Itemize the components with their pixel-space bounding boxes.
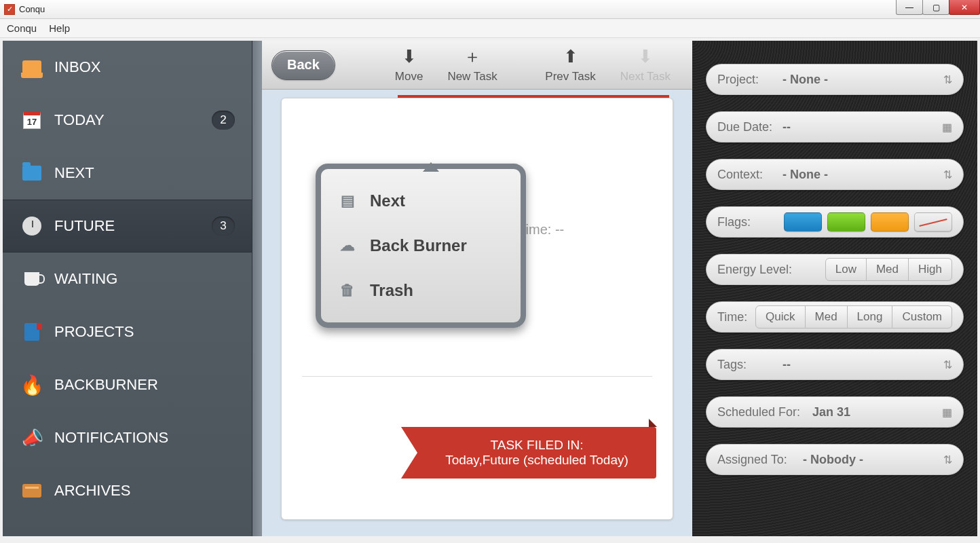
arrow-down-icon: ⬇︎	[635, 47, 656, 67]
back-button[interactable]: Back	[271, 50, 335, 80]
flag-orange[interactable]	[871, 212, 909, 231]
chevron-updown-icon: ⇅	[943, 168, 952, 181]
prop-assigned[interactable]: Assigned To: - Nobody - ⇅	[706, 444, 964, 475]
arrow-up-icon: ⬆︎	[561, 47, 581, 67]
prop-label: Due Date:	[717, 120, 783, 134]
chevron-updown-icon: ⇅	[943, 453, 952, 466]
new-task-button[interactable]: ＋ New Task	[447, 47, 497, 83]
prop-label: Project:	[717, 73, 783, 87]
prop-context[interactable]: Context: - None - ⇅	[706, 159, 964, 190]
workspace: INBOX 17 TODAY 2 NEXT FUTURE 3 WAITING P…	[0, 38, 980, 543]
cloud-icon: ☁	[337, 237, 358, 255]
sidebar-item-archives[interactable]: ARCHIVES	[3, 464, 262, 517]
prop-value: --	[783, 358, 791, 372]
toolbar-label: New Task	[447, 70, 497, 83]
cup-icon	[22, 269, 42, 289]
megaphone-icon: 📣	[20, 426, 44, 450]
prop-project[interactable]: Project: - None - ⇅	[706, 64, 964, 95]
projects-icon	[22, 322, 42, 342]
energy-med[interactable]: Med	[866, 258, 909, 281]
calendar-icon: 17	[22, 110, 42, 130]
prop-due-date[interactable]: Due Date: -- ▦	[706, 111, 964, 143]
window-close-button[interactable]: ✕	[949, 0, 980, 15]
prop-time: Time: Quick Med Long Custom	[706, 301, 964, 333]
task-card: 31 Time: -- Jander TASK FILED IN: Today,…	[281, 98, 673, 520]
sidebar-item-label: INBOX	[54, 58, 100, 76]
time-med[interactable]: Med	[805, 305, 848, 329]
sidebar-item-backburner[interactable]: 🔥 BACKBURNER	[3, 358, 262, 411]
prop-value: Jan 31	[812, 405, 850, 419]
app-icon	[4, 4, 15, 15]
sidebar-item-label: TODAY	[54, 111, 105, 129]
task-time-value: --	[555, 222, 564, 237]
prop-label: Scheduled For:	[717, 405, 812, 419]
sidebar-badge: 3	[212, 217, 235, 236]
time-custom[interactable]: Custom	[892, 305, 952, 329]
banner-line2: Today,Future (scheduled Today)	[445, 453, 628, 468]
task-toolbar: Back ⬇︎ Move ＋ New Task ⬆︎ Prev Task ⬇︎ …	[262, 41, 692, 90]
plus-icon: ＋	[462, 47, 483, 67]
window-titlebar: Conqu — ▢ ✕	[0, 0, 980, 19]
prop-label: Tags:	[717, 358, 783, 372]
move-option-label: Next	[370, 191, 405, 210]
trash-icon: 🗑︎	[337, 282, 358, 299]
energy-high[interactable]: High	[908, 258, 952, 281]
sidebar-item-today[interactable]: 17 TODAY 2	[3, 94, 262, 147]
toolbar-label: Move	[395, 70, 423, 83]
banner-line1: TASK FILED IN:	[491, 438, 584, 453]
sidebar-item-label: PROJECTS	[54, 323, 134, 341]
sidebar-item-future[interactable]: FUTURE 3	[3, 200, 262, 252]
prop-value: - Nobody -	[803, 453, 863, 467]
flag-blue[interactable]	[784, 212, 822, 231]
sidebar-item-label: WAITING	[54, 270, 117, 288]
flag-none[interactable]	[914, 212, 952, 231]
move-button[interactable]: ⬇︎ Move	[395, 47, 423, 83]
time-long[interactable]: Long	[847, 305, 893, 329]
time-quick[interactable]: Quick	[755, 305, 805, 329]
calendar-icon: ▦	[942, 406, 952, 419]
sidebar-item-label: FUTURE	[54, 217, 115, 235]
next-task-button: ⬇︎ Next Task	[620, 47, 671, 83]
sidebar: INBOX 17 TODAY 2 NEXT FUTURE 3 WAITING P…	[3, 41, 262, 536]
prop-label: Energy Level:	[717, 263, 806, 277]
sidebar-item-next[interactable]: NEXT	[3, 147, 262, 200]
folder-icon	[22, 163, 42, 183]
toolbar-label: Next Task	[620, 70, 671, 83]
prop-tags[interactable]: Tags: -- ⇅	[706, 349, 964, 380]
prop-label: Flags:	[717, 215, 783, 229]
menu-help[interactable]: Help	[49, 22, 70, 34]
window-minimize-button[interactable]: —	[896, 0, 923, 15]
window-maximize-button[interactable]: ▢	[922, 0, 949, 15]
properties-panel: Project: - None - ⇅ Due Date: -- ▦ Conte…	[692, 41, 977, 536]
prop-energy: Energy Level: Low Med High	[706, 254, 964, 285]
toolbar-label: Prev Task	[545, 70, 595, 83]
move-option-next[interactable]: ▤ Next	[324, 179, 518, 223]
prev-task-button[interactable]: ⬆︎ Prev Task	[545, 47, 595, 83]
sidebar-item-label: NEXT	[54, 164, 94, 182]
energy-low[interactable]: Low	[825, 258, 867, 281]
sidebar-item-inbox[interactable]: INBOX	[3, 41, 262, 94]
chevron-updown-icon: ⇅	[943, 73, 952, 86]
sidebar-item-projects[interactable]: PROJECTS	[3, 305, 262, 358]
prop-value: - None -	[783, 73, 828, 87]
sidebar-item-waiting[interactable]: WAITING	[3, 252, 262, 305]
move-popover: ▤ Next ☁ Back Burner 🗑︎ Trash	[316, 164, 526, 328]
move-option-trash[interactable]: 🗑︎ Trash	[324, 268, 518, 313]
sidebar-item-label: ARCHIVES	[54, 482, 130, 500]
sidebar-item-label: BACKBURNER	[54, 376, 158, 394]
task-filed-banner: TASK FILED IN: Today,Future (scheduled T…	[417, 427, 656, 479]
prop-value: - None -	[783, 168, 828, 182]
sidebar-item-label: NOTIFICATIONS	[54, 429, 168, 447]
flag-green[interactable]	[827, 212, 865, 231]
center-panel: Back ⬇︎ Move ＋ New Task ⬆︎ Prev Task ⬇︎ …	[262, 41, 692, 536]
prop-value: --	[783, 120, 791, 134]
menu-conqu[interactable]: Conqu	[7, 22, 37, 34]
sidebar-item-notifications[interactable]: 📣 NOTIFICATIONS	[3, 411, 262, 464]
prop-label: Assigned To:	[717, 453, 803, 467]
chevron-updown-icon: ⇅	[943, 358, 952, 371]
prop-label: Context:	[717, 168, 783, 182]
prop-scheduled[interactable]: Scheduled For: Jan 31 ▦	[706, 396, 964, 428]
archive-icon	[22, 481, 42, 501]
move-option-backburner[interactable]: ☁ Back Burner	[324, 223, 518, 268]
calendar-icon: ▦	[942, 121, 952, 134]
